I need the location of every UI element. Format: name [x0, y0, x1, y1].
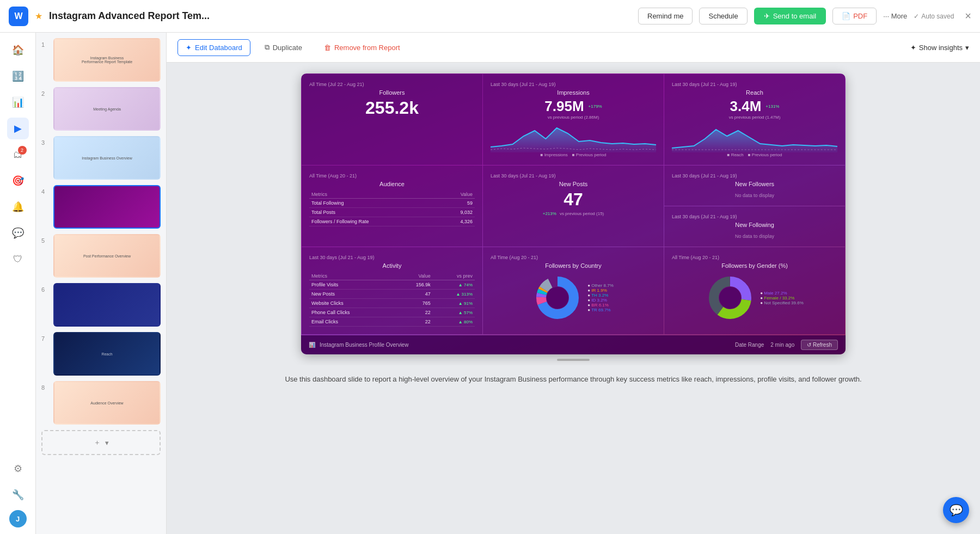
activity-title: Activity — [309, 262, 475, 269]
audience-cell: All Time (Aug 20 - 21) Audience Metrics … — [302, 165, 482, 247]
trash-icon: 🗑 — [324, 44, 331, 52]
pdf-icon: 📄 — [842, 12, 850, 20]
more-button[interactable]: ··· More — [883, 12, 907, 20]
impressions-value: 7.95M — [544, 99, 584, 113]
left-sidebar: 🏠 🔢 📊 ▶ 🗂 2 🎯 🔔 💬 🛡 ⚙ 🔧 J — [0, 33, 36, 534]
new-posts-label: Last 30 days (Jul 21 - Aug 19) — [491, 173, 656, 179]
new-following-title: New Following — [672, 222, 837, 228]
slide-item-6[interactable]: 6 — [41, 283, 161, 327]
new-posts-title: New Posts — [491, 181, 656, 187]
activity-cell: Last 30 days (Jul 21 - Aug 19) Activity … — [302, 247, 482, 334]
followers-title: Followers — [309, 89, 475, 96]
pdf-button[interactable]: 📄 PDF — [832, 8, 877, 24]
dashboard-footer: 📊 Instagram Business Profile Overview Da… — [301, 335, 846, 354]
new-followers-label: Last 30 days (Jul 21 - Aug 19) — [672, 173, 837, 179]
chevron-down-icon: ▾ — [105, 439, 109, 447]
show-insights-button[interactable]: ✦ Show insights ▾ — [910, 44, 969, 52]
sidebar-item-goal[interactable]: 🎯 — [7, 170, 29, 192]
new-posts-value: 47 — [491, 191, 656, 208]
scroll-indicator — [557, 359, 590, 361]
auto-saved-status: ✓ Auto saved — [914, 13, 954, 20]
top-header: W ★ Instagram Advanced Report Tem... Rem… — [0, 0, 980, 33]
sidebar-item-chart[interactable]: 📊 — [7, 91, 29, 113]
refresh-button[interactable]: ↺ Refresh — [801, 340, 838, 350]
main-layout: 🏠 🔢 📊 ▶ 🗂 2 🎯 🔔 💬 🛡 ⚙ 🔧 J 1 Instagram Bu… — [0, 33, 980, 534]
send-to-email-button[interactable]: ✈ Send to email — [754, 8, 826, 24]
activity-table: Metrics Value vs prev Profile Visits 156… — [309, 272, 475, 327]
reach-title: Reach — [672, 89, 837, 96]
impressions-title: Impressions — [491, 89, 656, 96]
plus-icon: ＋ — [94, 438, 101, 447]
new-posts-change: +213% — [543, 211, 556, 216]
sidebar-item-message[interactable]: 💬 — [7, 222, 29, 244]
audience-table: Metrics Value Total Following 59 — [309, 191, 475, 226]
slide-toolbar: ✦ Edit Databoard ⧉ Duplicate 🗑 Remove fr… — [167, 33, 980, 63]
table-row: Total Posts 9,032 — [309, 208, 475, 217]
svg-point-10 — [719, 287, 741, 309]
slide-item-5[interactable]: 5 Post Performance Overview — [41, 234, 161, 278]
star-icon[interactable]: ★ — [35, 11, 42, 21]
new-followers-cell: Last 30 days (Jul 21 - Aug 19) New Follo… — [664, 165, 845, 206]
activity-label: Last 30 days (Jul 21 - Aug 19) — [309, 255, 475, 260]
add-slide-button[interactable]: ＋ ▾ — [41, 430, 161, 455]
slide-item-8[interactable]: 8 Audience Overview — [41, 381, 161, 425]
description-text: Use this dashboard slide to report a hig… — [285, 374, 861, 385]
duplicate-icon: ⧉ — [265, 43, 270, 52]
reach-label: Last 30 days (Jul 21 - Aug 19) — [672, 82, 837, 87]
sidebar-item-play[interactable]: ▶ — [7, 118, 29, 139]
gender-label: All Time (Aug 20 - 21) — [672, 255, 837, 260]
remove-from-report-button[interactable]: 🗑 Remove from Report — [316, 40, 408, 56]
country-cell: All Time (Aug 20 - 21) Followers by Coun… — [483, 247, 664, 334]
slide-item-4[interactable]: 4 — [41, 185, 161, 229]
date-range-label: Date Range — [735, 342, 764, 348]
chat-bubble[interactable]: 💬 — [943, 497, 969, 523]
sidebar-item-home[interactable]: 🏠 — [7, 39, 29, 61]
check-icon: ✓ — [914, 13, 919, 20]
slide-item-2[interactable]: 2 Meeting Agenda — [41, 87, 161, 131]
reach-cell: Last 30 days (Jul 21 - Aug 19) Reach 3.4… — [664, 74, 845, 165]
table-row: Phone Call Clicks 22 ▲ 57% — [309, 308, 475, 317]
table-row: Followers / Following Rate 4,326 — [309, 217, 475, 226]
gender-donut-chart — [706, 273, 755, 322]
sidebar-item-data[interactable]: 🔢 — [7, 65, 29, 87]
country-label: All Time (Aug 20 - 21) — [491, 255, 656, 260]
time-ago: 2 min ago — [770, 342, 794, 348]
report-title: Instagram Advanced Report Tem... — [49, 10, 632, 22]
sidebar-item-bell[interactable]: 🔔 — [7, 196, 29, 218]
new-posts-cell: Last 30 days (Jul 21 - Aug 19) New Posts… — [483, 165, 664, 247]
impressions-change: +179% — [589, 104, 602, 109]
sidebar-item-settings[interactable]: ⚙ — [7, 458, 29, 480]
duplicate-button[interactable]: ⧉ Duplicate — [257, 39, 310, 56]
footer-label: Instagram Business Profile Overview — [320, 342, 408, 348]
edit-databoard-button[interactable]: ✦ Edit Databoard — [177, 39, 250, 56]
slide-item-3[interactable]: 3 Instagram Business Overview — [41, 136, 161, 180]
sidebar-item-tools[interactable]: 🔧 — [7, 484, 29, 506]
audience-label: All Time (Aug 20 - 21) — [309, 173, 475, 179]
impressions-chart — [491, 120, 656, 152]
impressions-cell: Last 30 days (Jul 21 - Aug 19) Impressio… — [483, 74, 664, 165]
impressions-label: Last 30 days (Jul 21 - Aug 19) — [491, 82, 656, 87]
slide-item-1[interactable]: 1 Instagram BusinessPerformance Report T… — [41, 38, 161, 82]
close-button[interactable]: × — [965, 10, 971, 22]
sidebar-item-shield[interactable]: 🛡 — [7, 248, 29, 270]
reach-value: 3.4M — [730, 99, 762, 113]
sidebar-item-layers[interactable]: 🗂 2 — [7, 144, 29, 165]
footer-icon: 📊 — [309, 342, 315, 348]
audience-title: Audience — [309, 181, 475, 187]
send-icon: ✈ — [764, 12, 770, 20]
followers-value: 255.2k — [309, 99, 475, 116]
user-avatar[interactable]: J — [9, 510, 27, 527]
edit-icon: ✦ — [186, 44, 192, 52]
gender-title: Followers by Gender (%) — [672, 262, 837, 269]
schedule-button[interactable]: Schedule — [699, 8, 747, 24]
dashboard-wrapper: All Time (Jul 22 - Aug 21) Followers 255… — [167, 63, 980, 534]
slide-item-7[interactable]: 7 Reach — [41, 332, 161, 376]
followers-cell: All Time (Jul 22 - Aug 21) Followers 255… — [302, 74, 482, 165]
logo-icon: W — [9, 7, 28, 26]
table-row: Profile Visits 156.9k ▲ 74% — [309, 280, 475, 290]
dashboard-card: All Time (Jul 22 - Aug 21) Followers 255… — [301, 73, 846, 354]
new-following-cell: Last 30 days (Jul 21 - Aug 19) New Follo… — [664, 206, 845, 247]
remind-me-button[interactable]: Remind me — [638, 8, 693, 24]
followers-following-col: Last 30 days (Jul 21 - Aug 19) New Follo… — [664, 165, 845, 247]
new-followers-title: New Followers — [672, 181, 837, 187]
